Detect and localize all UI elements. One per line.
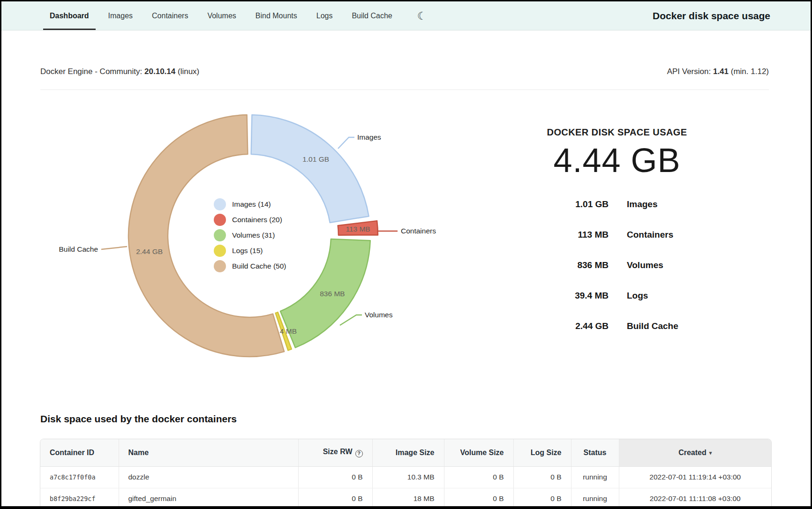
col-header-image-size[interactable]: Image Size bbox=[372, 439, 444, 466]
summary-value: 113 MB bbox=[472, 230, 609, 240]
navbar: Dashboard Images Containers Volumes Bind… bbox=[1, 1, 811, 30]
tab-label: Logs bbox=[316, 12, 333, 20]
col-header-label: Size RW bbox=[323, 448, 353, 456]
cell-volume_size: 0 B bbox=[444, 488, 513, 509]
disk-usage-donut-chart: 1.01 GBImages113 MBContainers836 MBVolum… bbox=[1, 91, 451, 368]
help-icon[interactable]: ? bbox=[355, 450, 363, 457]
summary-value: 2.44 GB bbox=[472, 321, 609, 331]
col-header-created[interactable]: Created▾ bbox=[619, 439, 771, 466]
summary-row-images: 1.01 GB Images bbox=[472, 189, 762, 220]
cell-status: running bbox=[571, 488, 619, 509]
callout-label-volumes: Volumes bbox=[365, 311, 393, 319]
legend-label: Images (14) bbox=[232, 200, 271, 209]
cell-status: running bbox=[571, 466, 619, 488]
col-header-label: Log Size bbox=[531, 449, 562, 457]
sort-desc-icon: ▾ bbox=[709, 450, 712, 456]
slice-value-label: 1.01 GB bbox=[302, 155, 329, 163]
cell-size_rw: 0 B bbox=[298, 488, 372, 509]
tab-label: Bind Mounts bbox=[256, 12, 297, 20]
table-row: a7c8c17f0f0adozzle0 B10.3 MB0 B0 Brunnin… bbox=[40, 466, 771, 488]
tab-label: Containers bbox=[152, 12, 188, 20]
callout-label-containers: Containers bbox=[401, 227, 436, 235]
col-header-label: Container ID bbox=[50, 449, 94, 457]
col-header-name[interactable]: Name bbox=[119, 439, 298, 466]
table-row: b8f29ba229cfgifted_germain0 B18 MB0 B0 B… bbox=[40, 488, 771, 509]
legend-label: Logs (15) bbox=[232, 247, 263, 255]
legend-swatch bbox=[214, 260, 226, 272]
legend-item-volumes[interactable]: Volumes (31) bbox=[214, 227, 286, 243]
slice-value-label: 2.44 GB bbox=[136, 247, 163, 255]
cell-created: 2022-07-01 11:19:14 +03:00 bbox=[619, 466, 771, 488]
col-header-label: Volume Size bbox=[460, 449, 504, 457]
col-header-label: Created bbox=[678, 449, 707, 457]
summary-label: Containers bbox=[609, 230, 762, 240]
cell-image_size: 10.3 MB bbox=[372, 466, 444, 488]
cell-image_size: 18 MB bbox=[372, 488, 444, 509]
legend-label: Volumes (31) bbox=[232, 231, 275, 240]
api-suffix: (min. 1.12) bbox=[731, 67, 769, 76]
legend-item-build-cache[interactable]: Build Cache (50) bbox=[214, 258, 286, 274]
cell-name: dozzle bbox=[119, 466, 298, 488]
api-version-info: API Version: 1.41 (min. 1.12) bbox=[667, 67, 769, 76]
engine-version: 20.10.14 bbox=[144, 67, 175, 76]
legend-swatch bbox=[214, 198, 226, 210]
engine-suffix: (linux) bbox=[178, 67, 199, 76]
moon-icon[interactable]: ☾ bbox=[417, 1, 427, 30]
legend-swatch bbox=[214, 245, 226, 257]
cell-size_rw: 0 B bbox=[298, 466, 372, 488]
summary-row-volumes: 836 MB Volumes bbox=[472, 250, 762, 281]
col-header-container-id[interactable]: Container ID bbox=[40, 439, 119, 466]
callout-line bbox=[340, 315, 362, 325]
legend-item-containers[interactable]: Containers (20) bbox=[214, 212, 286, 227]
cell-id: a7c8c17f0f0a bbox=[40, 466, 119, 488]
disk-usage-summary: DOCKER DISK SPACE USAGE 4.44 GB 1.01 GB … bbox=[472, 127, 762, 342]
divider bbox=[40, 90, 769, 90]
legend-swatch bbox=[214, 214, 226, 226]
legend-label: Containers (20) bbox=[232, 216, 282, 224]
slice-value-label: 113 MB bbox=[346, 225, 370, 233]
col-header-label: Image Size bbox=[396, 449, 435, 457]
tab-images[interactable]: Images bbox=[102, 1, 139, 30]
tab-build-cache[interactable]: Build Cache bbox=[345, 1, 398, 30]
api-version: 1.41 bbox=[713, 67, 729, 76]
tab-bind-mounts[interactable]: Bind Mounts bbox=[249, 1, 304, 30]
containers-table: Container IDNameSize RW?Image SizeVolume… bbox=[40, 439, 772, 509]
callout-line bbox=[101, 247, 127, 249]
tab-dashboard[interactable]: Dashboard bbox=[43, 1, 96, 30]
engine-label: Docker Engine - Community: bbox=[40, 67, 142, 76]
tab-label: Images bbox=[108, 12, 133, 20]
legend-item-images[interactable]: Images (14) bbox=[214, 196, 286, 212]
cell-created: 2022-07-01 11:11:08 +03:00 bbox=[619, 488, 771, 509]
summary-label: Images bbox=[609, 199, 762, 210]
summary-label: Build Cache bbox=[609, 321, 762, 331]
legend-swatch bbox=[214, 229, 226, 241]
col-header-log-size[interactable]: Log Size bbox=[513, 439, 571, 466]
summary-label: Logs bbox=[609, 291, 762, 301]
col-header-size-rw[interactable]: Size RW? bbox=[298, 439, 372, 466]
col-header-status[interactable]: Status bbox=[571, 439, 619, 466]
cell-log_size: 0 B bbox=[513, 488, 571, 509]
engine-info: Docker Engine - Community: 20.10.14 (lin… bbox=[40, 67, 199, 76]
summary-row-containers: 113 MB Containers bbox=[472, 220, 762, 250]
legend-item-logs[interactable]: Logs (15) bbox=[214, 243, 286, 258]
cell-log_size: 0 B bbox=[513, 466, 571, 488]
callout-line bbox=[338, 137, 354, 149]
summary-row-build-cache: 2.44 GB Build Cache bbox=[472, 311, 762, 342]
containers-section-heading: Disk space used by the docker containers bbox=[40, 413, 237, 425]
tab-logs[interactable]: Logs bbox=[310, 1, 339, 30]
summary-value: 836 MB bbox=[472, 260, 609, 270]
tab-label: Build Cache bbox=[352, 12, 392, 20]
cell-id: b8f29ba229cf bbox=[40, 488, 119, 509]
summary-heading: DOCKER DISK SPACE USAGE bbox=[472, 127, 762, 138]
legend-label: Build Cache (50) bbox=[232, 262, 286, 270]
api-label: API Version: bbox=[667, 67, 711, 76]
tab-volumes[interactable]: Volumes bbox=[201, 1, 242, 30]
tab-label: Volumes bbox=[207, 12, 236, 20]
col-header-volume-size[interactable]: Volume Size bbox=[444, 439, 513, 466]
summary-value: 1.01 GB bbox=[472, 199, 609, 210]
summary-row-logs: 39.4 MB Logs bbox=[472, 281, 762, 311]
summary-total: 4.44 GB bbox=[472, 142, 762, 179]
cell-name: gifted_germain bbox=[119, 488, 298, 509]
tab-containers[interactable]: Containers bbox=[145, 1, 195, 30]
cell-volume_size: 0 B bbox=[444, 466, 513, 488]
